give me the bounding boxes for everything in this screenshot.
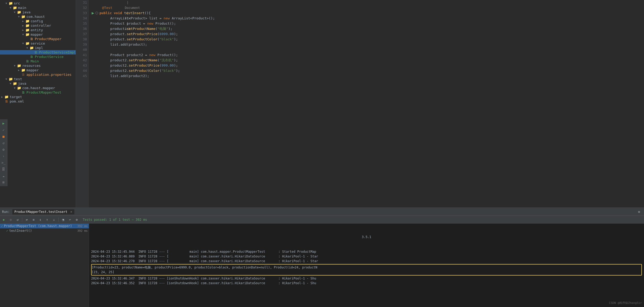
pomxml-icon: 🗎	[4, 99, 9, 103]
fn-testinsert: testInsert	[124, 10, 145, 16]
sidebar-item-comhaustmapper[interactable]: 📁 com.haust.mapper	[0, 86, 76, 90]
code-line-41: Product product2 = new Product();	[92, 52, 641, 58]
run-import-button[interactable]: ↩	[67, 217, 73, 223]
code-38-c: );	[174, 37, 178, 42]
type-close1: >();	[207, 16, 215, 21]
java-folder-icon: 📁	[17, 10, 21, 14]
side-structure-icon[interactable]: ⊞	[1, 179, 7, 185]
target-arrow	[0, 95, 4, 98]
run-method-label: testInsert()	[9, 229, 32, 233]
mapper-folder-icon: 📁	[25, 33, 30, 36]
entity-label: entity	[31, 28, 76, 32]
run-gutter-icon[interactable]: ▶	[92, 10, 95, 16]
run-up-button[interactable]: ↑	[44, 217, 50, 223]
sidebar-item-test[interactable]: 📁 test	[0, 77, 76, 81]
side-rerun-icon[interactable]: ↺	[1, 140, 7, 146]
java-arrow	[13, 11, 17, 14]
sidebar-item-src[interactable]: 📁 src	[0, 1, 76, 6]
type-arraylist: ArrayList<	[102, 16, 131, 21]
mapper-label: mapper	[31, 33, 76, 36]
side-settings-icon[interactable]: ⚙	[1, 147, 7, 152]
controller-label: controller	[31, 24, 76, 28]
src-folder-icon: 📁	[8, 1, 13, 5]
sidebar-item-target[interactable]: 📁 target	[0, 95, 76, 99]
fn-setproductname1: setProductName	[127, 26, 156, 31]
side-terminal-icon[interactable]: >_	[1, 160, 7, 165]
main-area: 📁 src 📁 main 📁 java 📁 com.haust	[0, 0, 644, 207]
test-passed-message: Tests passed: 1 of 1 test – 392 ms	[83, 218, 147, 222]
run-pass-icon-1: ✓	[1, 224, 3, 228]
run-export-button[interactable]: ⬔	[60, 217, 66, 223]
log-line-7: 2024-04-23 15:32:46.352 INFO 11728 --- […	[91, 281, 642, 286]
code-38-b: (	[157, 37, 159, 42]
main-label: main	[18, 6, 76, 10]
config-label: config	[31, 19, 76, 23]
side-check-icon[interactable]: ✓	[1, 127, 7, 133]
sidebar-item-pomxml[interactable]: 🗎 pom.xml	[0, 99, 76, 104]
code-line-34: ArrayList< Product > list = new ArrayLis…	[92, 16, 641, 21]
sidebar-item-resources-mapper[interactable]: 📁 mapper	[0, 68, 76, 72]
sidebar-item-appprops[interactable]: 🗎 application.properties	[0, 72, 76, 77]
settings-gear-icon[interactable]: ⚙	[636, 209, 642, 215]
side-arrow-right-icon[interactable]: ›	[1, 153, 7, 159]
run-rerun-button[interactable]: ↺	[15, 217, 20, 223]
run-tab-close[interactable]: ×	[70, 210, 72, 214]
fn-setproductcolor2: setProductColor	[129, 68, 159, 73]
run-stop-button[interactable]: ■	[8, 217, 14, 223]
entity-folder-icon: 📁	[25, 28, 30, 32]
main-class-icon: 🗎	[25, 59, 30, 63]
sidebar-item-java[interactable]: 📁 java	[0, 10, 76, 14]
sidebar-item-test-java[interactable]: 📁 java	[0, 81, 76, 86]
pomxml-label: pom.xml	[10, 99, 76, 103]
toolbar-sep-2	[58, 218, 59, 222]
sidebar-item-productmapper[interactable]: 🗎 ProductMapper	[0, 37, 76, 41]
productservice-label: ProductService	[35, 55, 76, 59]
code-36-a: product.	[102, 26, 127, 31]
sidebar-item-controller[interactable]: 📁 controller	[0, 23, 76, 28]
code-44-b: (	[159, 68, 162, 73]
comhaustmapper-folder-icon: 📁	[17, 86, 21, 90]
run-settings-button[interactable]: ⚙	[74, 217, 80, 223]
side-db-icon[interactable]: 🗄	[1, 166, 7, 172]
entity-arrow	[21, 29, 25, 31]
run-panel: Run: ProductMapperTest.testInsert × ⚙ ▶ …	[0, 207, 644, 307]
run-sort-button[interactable]: ⇌	[24, 217, 30, 223]
sidebar-item-productservice[interactable]: 🗎 ProductService	[0, 55, 76, 59]
type-product2: Product	[192, 16, 207, 21]
productmapper-file-icon: 🗎	[29, 37, 34, 41]
sidebar-item-service[interactable]: 📁 service	[0, 41, 76, 46]
config-arrow	[21, 20, 25, 23]
main-arrow	[8, 6, 13, 9]
run-down-button[interactable]: ↓	[51, 217, 57, 223]
sidebar-item-entity[interactable]: 📁 entity	[0, 28, 76, 32]
test-folder-icon: 📁	[8, 77, 13, 81]
code-plain-1: (){	[145, 10, 151, 16]
sidebar-item-config[interactable]: 📁 config	[0, 19, 76, 23]
side-cloud-icon[interactable]: ☁	[1, 173, 7, 179]
resources-folder-icon: 📁	[17, 64, 21, 68]
test-arrow	[4, 78, 8, 80]
target-folder-icon: 📁	[4, 95, 9, 99]
sidebar-item-productserviceimpl[interactable]: 🗎 ProductServiceImpl	[0, 50, 76, 55]
comhaustmapper-arrow	[13, 87, 17, 89]
run-expand-button[interactable]: ↕	[37, 217, 43, 223]
side-run-icon[interactable]: ▶	[1, 120, 7, 126]
sidebar-item-main-class[interactable]: 🗎 Main	[0, 59, 76, 63]
sidebar-item-resources[interactable]: 📁 resources	[0, 63, 76, 68]
log-version: 3.5.1	[91, 225, 642, 249]
code-39-a: list.add(product);	[102, 42, 147, 47]
sidebar-item-mapper[interactable]: 📁 mapper	[0, 32, 76, 37]
sidebar-item-main[interactable]: 📁 main	[0, 6, 76, 10]
run-tree-method-row[interactable]: ✓ testInsert() 392 ms	[0, 228, 89, 233]
run-filter-button[interactable]: ≡	[31, 217, 36, 223]
sidebar-item-impl[interactable]: 📁 impl	[0, 46, 76, 50]
code-line-44: product2. setProductColor ( "black" );	[92, 68, 641, 73]
str-pc: "电脑"	[157, 26, 168, 31]
run-tree-class-row[interactable]: ✓ ProductMapperTest (com.haust.mapper) 3…	[0, 224, 89, 228]
sidebar-item-productmappertest[interactable]: 🗎 ProductMapperTest	[0, 90, 76, 95]
java-label: java	[22, 10, 76, 14]
run-play-button[interactable]: ▶	[1, 217, 7, 223]
side-stop-icon[interactable]: ■	[1, 133, 7, 139]
sidebar-item-comhaust[interactable]: 📁 com.haust	[0, 14, 76, 19]
run-tab-active[interactable]: ProductMapperTest.testInsert ×	[12, 209, 74, 214]
